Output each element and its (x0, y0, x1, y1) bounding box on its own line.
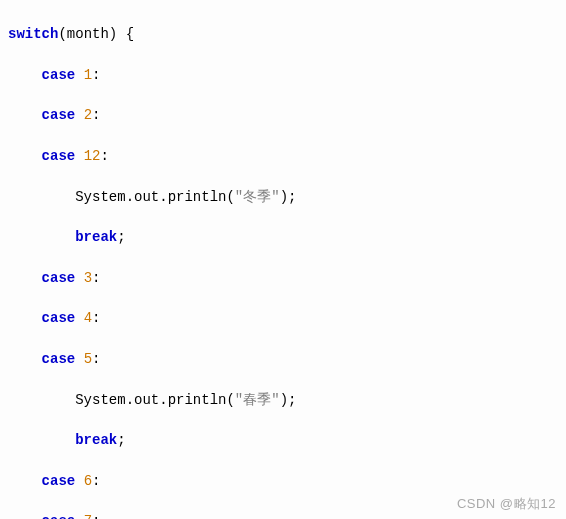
code-line: break; (8, 430, 566, 450)
code-line: System.out.println("春季"); (8, 390, 566, 410)
string-literal: "春季" (235, 392, 280, 408)
method-call: System.out.println (75, 392, 226, 408)
colon: : (100, 148, 108, 164)
code-line: case 3: (8, 268, 566, 288)
keyword-break: break (75, 229, 117, 245)
colon: : (92, 513, 100, 519)
keyword-case: case (42, 148, 76, 164)
paren-open: ( (226, 189, 234, 205)
number-literal: 4 (84, 310, 92, 326)
keyword-case: case (42, 270, 76, 286)
number-literal: 7 (84, 513, 92, 519)
number-literal: 3 (84, 270, 92, 286)
keyword-case: case (42, 513, 76, 519)
keyword-case: case (42, 473, 76, 489)
code-line: switch(month) { (8, 24, 566, 44)
paren-open: ( (58, 26, 66, 42)
paren-open: ( (226, 392, 234, 408)
identifier-month: month (67, 26, 109, 42)
method-call: System.out.println (75, 189, 226, 205)
keyword-case: case (42, 351, 76, 367)
code-line: case 12: (8, 146, 566, 166)
number-literal: 1 (84, 67, 92, 83)
code-line: case 2: (8, 105, 566, 125)
code-line: case 6: (8, 471, 566, 491)
colon: : (92, 473, 100, 489)
number-literal: 6 (84, 473, 92, 489)
keyword-switch: switch (8, 26, 58, 42)
code-line: case 4: (8, 308, 566, 328)
code-line: System.out.println("冬季"); (8, 187, 566, 207)
semicolon: ; (117, 432, 125, 448)
code-block: switch(month) { case 1: case 2: case 12:… (0, 0, 566, 519)
watermark-text: CSDN @略知12 (457, 495, 556, 513)
colon: : (92, 351, 100, 367)
code-line: case 1: (8, 65, 566, 85)
keyword-break: break (75, 432, 117, 448)
string-literal: "冬季" (235, 189, 280, 205)
keyword-case: case (42, 310, 76, 326)
colon: : (92, 67, 100, 83)
number-literal: 2 (84, 107, 92, 123)
brace-open: { (126, 26, 134, 42)
colon: : (92, 107, 100, 123)
semicolon: ; (288, 189, 296, 205)
keyword-case: case (42, 107, 76, 123)
paren-close: ) (280, 189, 288, 205)
paren-close: ) (109, 26, 117, 42)
colon: : (92, 270, 100, 286)
number-literal: 12 (84, 148, 101, 164)
semicolon: ; (117, 229, 125, 245)
number-literal: 5 (84, 351, 92, 367)
semicolon: ; (288, 392, 296, 408)
colon: : (92, 310, 100, 326)
code-line: break; (8, 227, 566, 247)
keyword-case: case (42, 67, 76, 83)
paren-close: ) (280, 392, 288, 408)
code-line: case 5: (8, 349, 566, 369)
